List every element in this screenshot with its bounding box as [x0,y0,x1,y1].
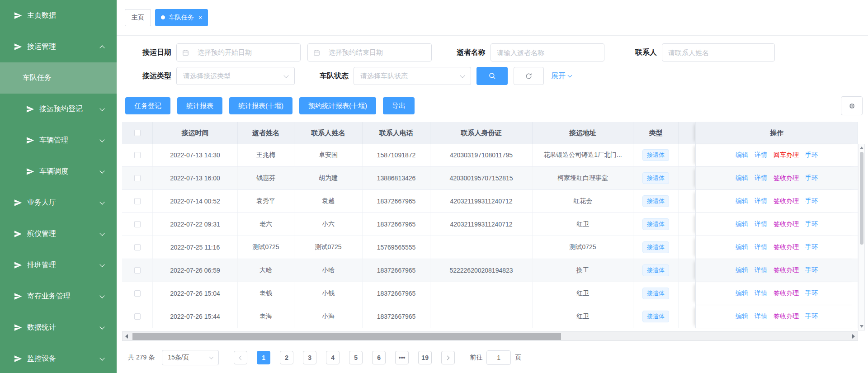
goto-page-input[interactable] [486,350,511,365]
contact-input[interactable] [662,43,775,61]
sidebar-item[interactable]: 车辆调度 [0,156,117,187]
action-link-magenta[interactable]: 签收办理 [774,197,799,205]
row-checkbox[interactable] [134,290,141,297]
sidebar-item[interactable]: 数据统计 [0,312,117,343]
action-link-magenta[interactable]: 签收办理 [774,174,799,182]
action-link-blue[interactable]: 详情 [755,151,767,159]
scroll-left-icon[interactable] [123,332,131,340]
scroll-right-icon[interactable] [849,332,858,340]
action-link-blue[interactable]: 手环 [805,197,818,205]
action-link-blue[interactable]: 编辑 [736,289,748,297]
row-checkbox[interactable] [134,221,141,227]
action-link-blue[interactable]: 编辑 [736,197,748,205]
page-size-select[interactable]: 15条/页 [162,350,219,365]
vertical-scrollbar-thumb[interactable] [860,152,863,245]
action-link-blue[interactable]: 手环 [805,151,818,159]
goto-suffix: 页 [515,354,521,362]
page-button[interactable]: 1 [257,351,270,364]
action-link-blue[interactable]: 手环 [805,220,818,228]
action-link-blue[interactable]: 详情 [755,220,767,228]
prev-page-button[interactable] [234,351,247,364]
header-checkbox[interactable] [134,130,141,136]
action-link-blue[interactable]: 手环 [805,312,818,321]
action-link-red[interactable]: 回车办理 [774,151,799,159]
deceased-name-input[interactable] [491,43,604,61]
toolbar-button[interactable]: 统计报表 [177,97,222,114]
horizontal-scrollbar-thumb[interactable] [132,333,561,340]
close-icon[interactable]: × [198,14,202,21]
cell-contact-name: 小六 [294,213,363,236]
action-link-blue[interactable]: 详情 [755,243,767,251]
action-link-blue[interactable]: 编辑 [736,266,748,274]
sidebar-item[interactable]: 排班管理 [0,250,117,281]
action-link-blue[interactable]: 详情 [755,289,767,297]
action-link-magenta[interactable]: 签收办理 [774,243,799,251]
action-link-blue[interactable]: 手环 [805,243,818,251]
page-button[interactable]: 19 [418,351,432,364]
expand-link[interactable]: 展开 [551,71,571,81]
action-link-blue[interactable]: 手环 [805,289,818,297]
toolbar-button[interactable]: 统计报表(十堰) [229,97,292,114]
tab-item[interactable]: 主页 [125,9,151,26]
row-checkbox[interactable] [134,152,141,158]
toolbar-button[interactable]: 导出 [383,97,415,114]
sidebar-item[interactable]: 接运管理 [0,31,117,62]
calendar-icon [182,49,189,56]
page-button[interactable]: 5 [349,351,363,364]
sidebar-item[interactable]: 监控设备 [0,343,117,373]
table-row: 2022-07-22 09:31老六小六18372667965420321199… [122,213,858,236]
start-date-input[interactable]: 选择预约开始日期 [176,43,301,61]
action-link-blue[interactable]: 详情 [755,266,767,274]
toolbar-button[interactable]: 任务登记 [125,97,170,114]
page-ellipsis[interactable]: ••• [395,351,409,364]
vertical-scrollbar[interactable] [858,144,865,331]
fleet-status-select[interactable]: 请选择车队状态 [354,67,471,85]
row-checkbox[interactable] [134,313,141,320]
sidebar-item[interactable]: 殡仪管理 [0,218,117,250]
column-settings-button[interactable] [841,96,863,115]
sidebar-item[interactable]: 业务大厅 [0,187,117,218]
page-button[interactable]: 4 [326,351,340,364]
sidebar-item[interactable]: 车辆管理 [0,125,117,156]
action-link-blue[interactable]: 详情 [755,174,767,182]
sidebar-item[interactable]: 接运预约登记 [0,94,117,125]
action-link-blue[interactable]: 编辑 [736,174,748,182]
search-button[interactable] [476,67,508,85]
action-link-magenta[interactable]: 签收办理 [774,289,799,297]
action-link-magenta[interactable]: 签收办理 [774,220,799,228]
row-checkbox[interactable] [134,198,141,204]
action-link-blue[interactable]: 详情 [755,312,767,321]
action-link-blue[interactable]: 手环 [805,266,818,274]
page-button[interactable]: 2 [280,351,293,364]
row-checkbox[interactable] [134,244,141,250]
page-button[interactable]: 6 [372,351,386,364]
sidebar-item[interactable]: 主页数据 [0,0,117,31]
page-button[interactable]: 3 [303,351,316,364]
chevron-down-icon [99,324,104,329]
end-date-input[interactable]: 选择预约结束日期 [307,43,432,61]
table-header-cell-type: 类型 [633,122,679,144]
horizontal-scrollbar[interactable] [122,331,858,341]
action-link-blue[interactable]: 手环 [805,174,818,182]
action-link-blue[interactable]: 编辑 [736,151,748,159]
pickup-type-select[interactable]: 请选择接运类型 [176,67,295,85]
contact-label: 联系人 [635,48,657,57]
row-checkbox[interactable] [134,175,141,181]
toolbar-button[interactable]: 预约统计报表(十堰) [299,97,376,114]
row-checkbox[interactable] [134,267,141,274]
action-link-magenta[interactable]: 签收办理 [774,266,799,274]
sidebar-item[interactable]: 寄存业务管理 [0,281,117,312]
refresh-button[interactable] [514,67,544,85]
scroll-down-icon[interactable] [860,325,863,328]
action-link-blue[interactable]: 编辑 [736,312,748,321]
tab-active[interactable]: 车队任务× [155,9,208,26]
scroll-up-icon[interactable] [860,146,863,149]
sidebar-item[interactable]: 车队任务 [0,62,117,94]
chevron-down-icon [99,262,104,267]
action-link-blue[interactable]: 编辑 [736,243,748,251]
action-link-blue[interactable]: 编辑 [736,220,748,228]
action-link-blue[interactable]: 详情 [755,197,767,205]
table-row: 2022-07-26 15:04老钱小钱18372667965红卫接遗体编辑详情… [122,282,858,305]
next-page-button[interactable] [441,351,455,364]
action-link-magenta[interactable]: 签收办理 [774,312,799,321]
